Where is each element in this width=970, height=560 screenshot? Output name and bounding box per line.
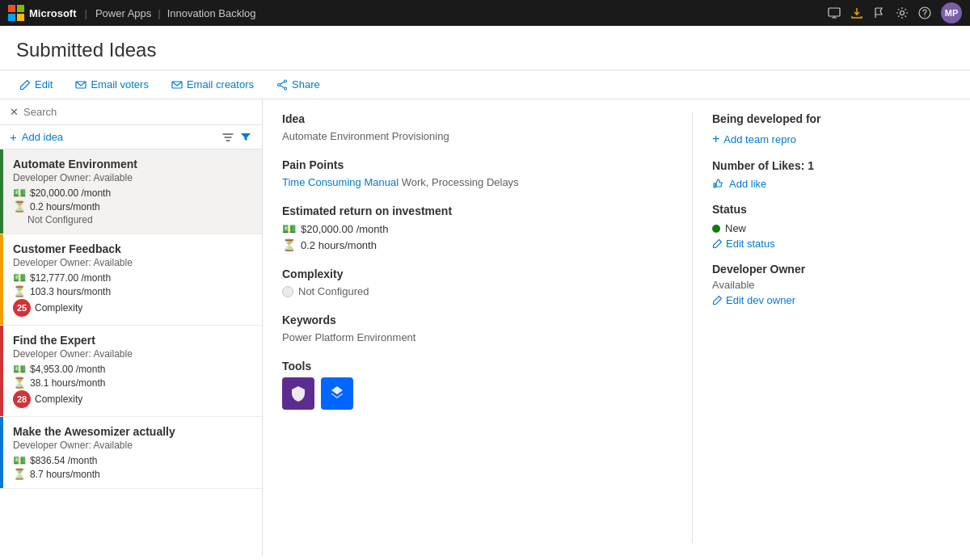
search-bar: ✕ — [0, 99, 262, 125]
likes-section: Number of Likes: 1 Add like — [712, 159, 951, 190]
email-voters-button[interactable]: Email voters — [72, 77, 152, 92]
idea-item[interactable]: Automate Environment Developer Owner: Av… — [0, 149, 262, 234]
add-idea-bar: + Add idea — [0, 125, 262, 149]
edit-icon — [19, 79, 31, 91]
roi-section: Estimated return on investment 💵 $20,000… — [282, 204, 673, 251]
complexity-circle — [282, 286, 293, 297]
email-creators-icon — [171, 79, 183, 91]
detail-left: Idea Automate Environment Provisioning P… — [282, 112, 692, 543]
idea-meta: 💵 $20,000.00 /month ⏳ 0.2 hours/month No… — [13, 187, 252, 225]
flag-button[interactable] — [873, 6, 886, 19]
idea-hours: 8.7 hours/month — [30, 469, 100, 480]
svg-point-12 — [278, 83, 280, 86]
idea-label: Idea — [282, 112, 673, 125]
add-idea-label[interactable]: Add idea — [22, 131, 217, 143]
pain-points-value: Time Consuming Manual Work, Processing D… — [282, 176, 673, 188]
idea-cost-row: 💵 $20,000.00 /month — [13, 187, 252, 199]
complexity-badge: 28 — [13, 390, 31, 408]
help-button[interactable] — [918, 6, 931, 19]
idea-meta: 💵 $12,777.00 /month ⏳ 103.3 hours/month … — [13, 272, 252, 317]
close-search-icon[interactable]: ✕ — [10, 106, 19, 118]
search-input[interactable] — [23, 106, 252, 118]
cost-icon: 💵 — [13, 454, 26, 466]
add-team-button[interactable]: + Add team repro — [712, 132, 796, 146]
share-button[interactable]: Share — [273, 77, 323, 92]
share-label: Share — [292, 78, 320, 91]
idea-sub: Developer Owner: Available — [13, 348, 252, 360]
download-button[interactable] — [850, 6, 863, 19]
idea-hours: 38.1 hours/month — [30, 377, 105, 389]
idea-hours-row: ⏳ 38.1 hours/month — [13, 377, 252, 389]
screen-button[interactable] — [828, 6, 841, 19]
idea-item[interactable]: Customer Feedback Developer Owner: Avail… — [0, 234, 262, 326]
dev-owner-section: Developer Owner Available Edit dev owner — [712, 263, 951, 306]
right-panel: Idea Automate Environment Provisioning P… — [263, 99, 970, 556]
idea-meta: 💵 $836.54 /month ⏳ 8.7 hours/month — [13, 454, 252, 480]
add-team-plus: + — [712, 132, 719, 146]
roi-cost: $20,000.00 /month — [301, 223, 388, 235]
edit-dev-owner-label: Edit dev owner — [726, 294, 795, 306]
status-section-label: Status — [712, 203, 951, 216]
svg-point-7 — [924, 15, 925, 16]
idea-hours: 0.2 hours/month — [30, 201, 100, 213]
user-avatar[interactable]: MP — [941, 2, 962, 23]
idea-section: Idea Automate Environment Provisioning — [282, 112, 673, 142]
hours-icon: ⏳ — [13, 377, 26, 389]
idea-hours-row: ⏳ 103.3 hours/month — [13, 285, 252, 297]
add-like-button[interactable]: Add like — [712, 177, 766, 190]
idea-title: Make the Awesomizer actually — [13, 425, 252, 438]
detail-right: Being developed for + Add team repro An … — [692, 112, 951, 543]
complexity-label: Complexity — [282, 267, 673, 280]
idea-hours: 103.3 hours/month — [30, 286, 111, 297]
idea-title: Find the Expert — [13, 334, 252, 347]
status-dot — [712, 225, 720, 233]
edit-label: Edit — [35, 78, 53, 91]
idea-item[interactable]: Make the Awesomizer actually Developer O… — [0, 417, 262, 489]
toolbar: Edit Email voters Email creators Share — [0, 70, 970, 99]
filter-button[interactable] — [239, 131, 252, 144]
edit-dev-owner-button[interactable]: Edit dev owner — [712, 294, 795, 306]
thumbs-up-icon — [712, 177, 725, 190]
edit-button[interactable]: Edit — [16, 77, 56, 92]
dev-owner-label: Developer Owner — [712, 263, 951, 276]
idea-cost: $20,000.00 /month — [30, 187, 111, 199]
svg-point-10 — [285, 80, 287, 82]
edit-status-button[interactable]: Edit status — [712, 238, 775, 250]
roi-cost-row: 💵 $20,000.00 /month — [282, 222, 673, 235]
idea-meta: 💵 $4,953.00 /month ⏳ 38.1 hours/month 28… — [13, 363, 252, 408]
status-badge-row: New — [712, 222, 951, 234]
tool-icon-1[interactable] — [282, 377, 314, 410]
roi-hours: 0.2 hours/month — [301, 239, 377, 251]
cost-icon: 💵 — [13, 363, 26, 375]
idea-sub: Developer Owner: Available — [13, 257, 252, 268]
add-bar-icons — [221, 131, 252, 144]
page-header: Submitted Ideas — [0, 26, 970, 70]
idea-hours-row: ⏳ 8.7 hours/month — [13, 468, 252, 480]
tool-icon-2[interactable] — [321, 377, 353, 410]
svg-rect-0 — [8, 5, 15, 12]
idea-title: Automate Environment — [13, 158, 252, 171]
add-icon[interactable]: + — [10, 130, 17, 144]
svg-rect-3 — [17, 14, 24, 21]
complexity-section: Complexity Not Configured — [282, 267, 673, 297]
svg-rect-4 — [829, 8, 840, 16]
cost-icon: 💵 — [13, 187, 26, 199]
brand-app: Power Apps — [95, 7, 151, 19]
roi-label: Estimated return on investment — [282, 204, 673, 217]
svg-rect-1 — [17, 5, 24, 12]
page-title: Submitted Ideas — [16, 39, 954, 61]
idea-item[interactable]: Find the Expert Developer Owner: Availab… — [0, 326, 262, 417]
accent-bar — [0, 149, 3, 234]
keywords-label: Keywords — [282, 314, 673, 326]
svg-point-5 — [900, 11, 905, 15]
add-like-label: Add like — [729, 178, 766, 190]
idea-sub: Developer Owner: Available — [13, 172, 252, 183]
tool-icons — [282, 377, 673, 410]
sort-button[interactable] — [221, 131, 234, 144]
email-creators-button[interactable]: Email creators — [168, 77, 257, 92]
topbar: Microsoft | Power Apps | Innovation Back… — [0, 0, 970, 26]
idea-cost: $836.54 /month — [30, 455, 97, 466]
email-creators-label: Email creators — [187, 78, 254, 91]
complexity-label: Complexity — [35, 302, 82, 314]
settings-button[interactable] — [896, 6, 909, 19]
